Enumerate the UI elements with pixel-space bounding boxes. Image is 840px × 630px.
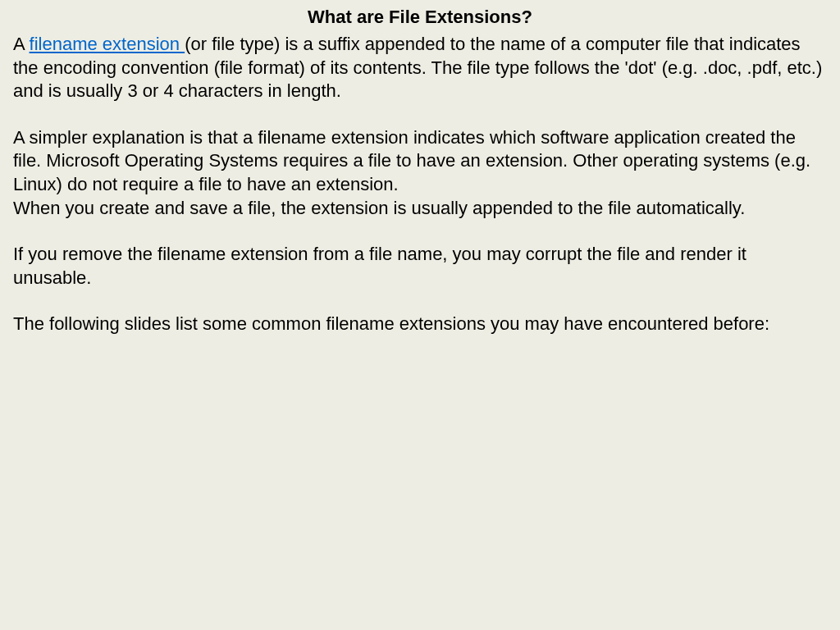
paragraph-1: A filename extension (or file type) is a… xyxy=(13,33,827,103)
paragraph-4: If you remove the filename extension fro… xyxy=(13,243,827,290)
filename-extension-link[interactable]: filename extension xyxy=(30,34,185,54)
text-prefix: A xyxy=(13,34,30,54)
spacer xyxy=(13,220,827,243)
spacer xyxy=(13,290,827,313)
paragraph-5: The following slides list some common fi… xyxy=(13,313,827,336)
paragraph-2: A simpler explanation is that a filename… xyxy=(13,126,827,197)
spacer xyxy=(13,103,827,126)
slide-content: A filename extension (or file type) is a… xyxy=(13,33,827,336)
paragraph-3: When you create and save a file, the ext… xyxy=(13,197,827,221)
slide-title: What are File Extensions? xyxy=(13,7,827,28)
